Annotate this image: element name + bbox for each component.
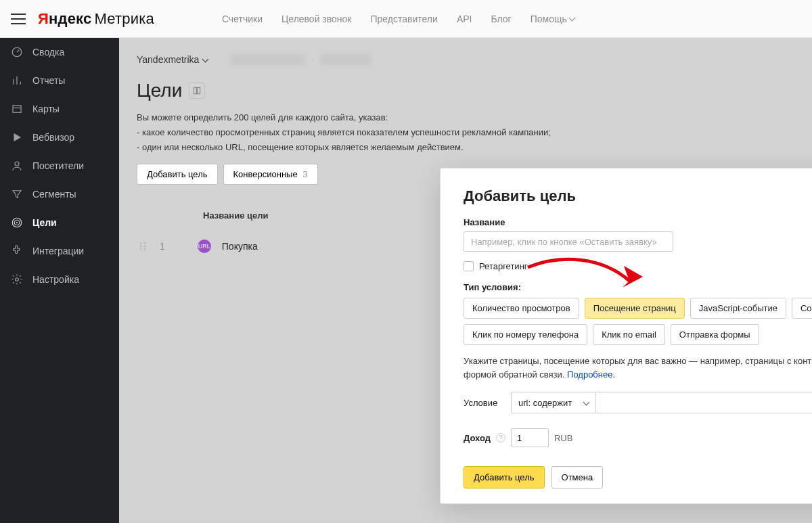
separator: · xyxy=(311,54,314,65)
retargeting-checkbox-row[interactable]: Ретаргетинг xyxy=(464,261,812,271)
sidebar-item-segments[interactable]: Сегменты xyxy=(0,180,119,208)
gauge-icon xyxy=(11,46,23,58)
sidebar-item-label: Настройка xyxy=(32,274,79,285)
income-row: Доход ? RUB xyxy=(464,428,812,447)
sidebar-item-label: Сегменты xyxy=(32,189,76,200)
svg-point-10 xyxy=(144,246,146,248)
modal-footer: Добавить цель Отмена xyxy=(464,466,812,488)
sidebar-item-goals[interactable]: Цели xyxy=(0,208,119,237)
sidebar-item-label: Вебвизор xyxy=(32,132,74,143)
svg-rect-1 xyxy=(13,106,21,113)
topnav-blog[interactable]: Блог xyxy=(491,14,511,24)
pill-js-event[interactable]: JavaScript-событие xyxy=(690,298,786,319)
help-hint-icon[interactable]: ? xyxy=(496,433,505,442)
svg-point-12 xyxy=(144,248,146,250)
pill-composite[interactable]: Составная цель xyxy=(792,298,812,319)
sidebar-item-label: Интеграции xyxy=(32,246,84,256)
chevron-down-icon xyxy=(568,15,575,22)
hint-dot: . xyxy=(612,369,615,380)
counter-name: Yandexmetrika xyxy=(137,54,199,65)
income-currency: RUB xyxy=(554,433,572,443)
target-icon xyxy=(11,217,23,229)
sidebar-item-webvisor[interactable]: Вебвизор xyxy=(0,123,119,152)
add-goal-button[interactable]: Добавить цель xyxy=(137,164,218,185)
pill-form-submit[interactable]: Отправка формы xyxy=(671,324,759,345)
sidebar-item-label: Посетители xyxy=(32,160,84,171)
svg-point-5 xyxy=(16,222,18,223)
logo-metrika: Метрика xyxy=(94,10,154,28)
sidebar-item-label: Карты xyxy=(32,104,60,114)
logo[interactable]: Яндекс Метрика xyxy=(38,10,154,28)
map-icon xyxy=(11,103,23,115)
add-goal-modal: Добавить цель Название Ретаргетинг Тип у… xyxy=(440,168,812,504)
sidebar-item-integrations[interactable]: Интеграции xyxy=(0,237,119,265)
logo-yandex: ндекс xyxy=(49,10,91,28)
chevron-down-icon xyxy=(202,55,209,62)
condition-type-label: Тип условия: xyxy=(464,282,812,292)
sidebar-item-visitors[interactable]: Посетители xyxy=(0,152,119,180)
hint-text: Укажите страницы, посещение которых для … xyxy=(464,355,812,381)
svg-point-8 xyxy=(144,242,146,244)
sidebar-item-label: Сводка xyxy=(32,47,64,58)
account-email-blurred: xxxxxx@xxxxx.xx xyxy=(231,54,304,65)
pill-email-click[interactable]: Клик по email xyxy=(593,324,665,345)
retargeting-label: Ретаргетинг xyxy=(479,261,528,271)
svg-point-9 xyxy=(140,246,142,248)
conversion-count: 3 xyxy=(302,169,307,179)
name-label: Название xyxy=(464,217,812,227)
checkbox-icon[interactable] xyxy=(464,261,474,271)
top-nav: Счетчики Целевой звонок Представители AP… xyxy=(222,14,574,24)
condition-url-input[interactable] xyxy=(596,392,812,413)
sidebar: Сводка Отчеты Карты Вебвизор Посетители … xyxy=(0,38,119,523)
goal-name-input[interactable] xyxy=(464,231,673,252)
page-description: Вы можете определить 200 целей для каждо… xyxy=(137,111,805,154)
counter-selector[interactable]: Yandexmetrika xyxy=(137,54,208,65)
page-title: Цели xyxy=(137,80,182,101)
hint-part: Укажите страницы, посещение которых для … xyxy=(464,356,812,380)
help-book-icon[interactable] xyxy=(189,83,205,99)
svg-point-7 xyxy=(140,242,142,244)
conversion-filter-button[interactable]: Конверсионные 3 xyxy=(223,164,318,185)
menu-toggle-icon[interactable] xyxy=(11,14,26,24)
url-badge-icon: URL xyxy=(198,240,211,253)
sidebar-item-settings[interactable]: Настройка xyxy=(0,265,119,294)
topbar: Яндекс Метрика Счетчики Целевой звонок П… xyxy=(0,0,812,38)
sidebar-item-reports[interactable]: Отчеты xyxy=(0,66,119,95)
bullet-1: - какое количество просмотренных страниц… xyxy=(137,126,805,139)
conversion-label: Конверсионные xyxy=(233,169,298,179)
pill-page-visits[interactable]: Посещение страниц xyxy=(585,298,685,319)
row-index: 1 xyxy=(160,241,165,252)
goal-name[interactable]: Покупка xyxy=(222,241,258,252)
cancel-button[interactable]: Отмена xyxy=(551,466,604,488)
income-input[interactable] xyxy=(511,428,549,447)
topnav-counters[interactable]: Счетчики xyxy=(222,14,263,24)
bullet-2: - один или несколько URL, посещение кото… xyxy=(137,141,805,154)
sidebar-item-label: Отчеты xyxy=(32,75,65,86)
topnav-target-call[interactable]: Целевой звонок xyxy=(281,14,352,24)
topnav-help[interactable]: Помощь xyxy=(531,14,574,24)
condition-select[interactable]: url: содержит xyxy=(511,392,596,413)
topnav-reps[interactable]: Представители xyxy=(371,14,438,24)
hint-more-link[interactable]: Подробнее xyxy=(567,369,612,380)
drag-handle-icon[interactable] xyxy=(137,240,149,252)
pill-views[interactable]: Количество просмотров xyxy=(464,298,579,319)
topnav-help-label: Помощь xyxy=(531,14,567,24)
topnav-api[interactable]: API xyxy=(457,14,472,24)
chevron-down-icon xyxy=(583,399,590,405)
sidebar-item-label: Цели xyxy=(32,217,57,228)
breadcrumb: Yandexmetrika xxxxxx@xxxxx.xx · XXXXXXXX xyxy=(137,54,805,65)
intro-text: Вы можете определить 200 целей для каждо… xyxy=(137,111,805,124)
logo-y: Я xyxy=(38,10,49,28)
income-label: Доход xyxy=(464,433,491,443)
gear-icon xyxy=(11,273,23,286)
sidebar-item-maps[interactable]: Карты xyxy=(0,95,119,123)
modal-title: Добавить цель xyxy=(464,187,812,205)
svg-point-2 xyxy=(15,162,19,166)
bars-icon xyxy=(11,74,23,87)
sidebar-item-summary[interactable]: Сводка xyxy=(0,38,119,66)
svg-point-11 xyxy=(140,248,142,250)
page-header: Цели xyxy=(137,80,805,101)
puzzle-icon xyxy=(11,245,23,257)
submit-goal-button[interactable]: Добавить цель xyxy=(464,466,545,488)
pill-phone-click[interactable]: Клик по номеру телефона xyxy=(464,324,587,345)
